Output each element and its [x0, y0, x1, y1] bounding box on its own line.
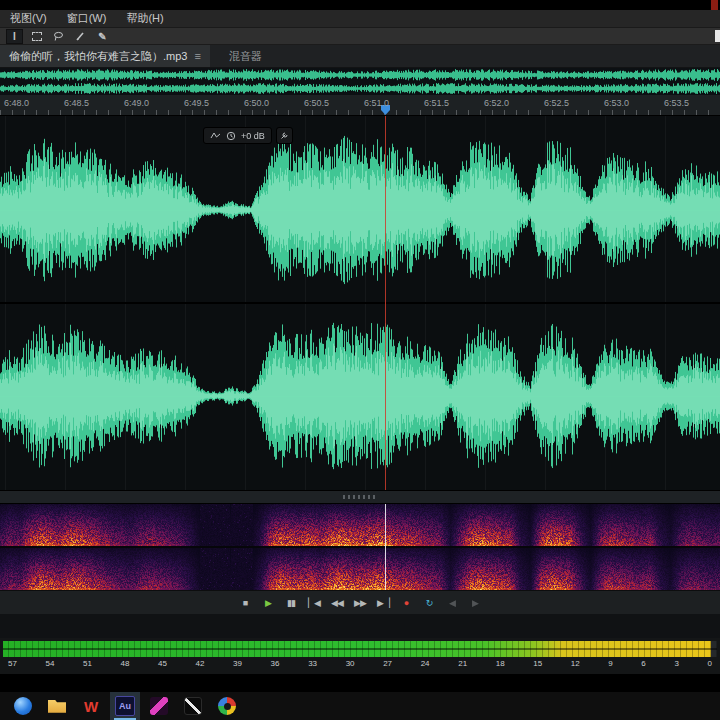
timeline-tick-label: 6:48.0 [4, 98, 29, 108]
title-bar [0, 0, 720, 10]
timeline-tick-label: 6:52.5 [544, 98, 569, 108]
paintbrush-selection-tool[interactable] [73, 30, 88, 43]
wps-icon-glyph: W [84, 699, 98, 714]
lasso-selection-tool[interactable] [51, 30, 66, 43]
timeline-tick-label: 6:52.0 [484, 98, 509, 108]
wps-icon[interactable]: W [76, 692, 106, 720]
hud-gain-value[interactable]: +0 dB [241, 131, 265, 141]
marquee-selection-tool[interactable] [29, 30, 44, 43]
time-selection-tool[interactable]: I [7, 30, 22, 43]
menu-bar: 视图(V)窗口(W)帮助(H) [0, 10, 720, 28]
hud-settings-button[interactable] [276, 127, 293, 144]
meter-scale-label: 30 [346, 659, 355, 668]
audition-window: 视图(V)窗口(W)帮助(H) I✎ 偷偷的听，我怕你有难言之隐）.mp3 ≡ … [0, 0, 720, 720]
record-button[interactable]: ● [399, 595, 413, 611]
overview-waveform-canvas[interactable] [0, 68, 720, 95]
fast-forward-button[interactable]: ▶▶ [353, 595, 367, 611]
overview-navigator[interactable] [0, 68, 720, 95]
meter-scale-label: 51 [83, 659, 92, 668]
meter-scale-label: 33 [308, 659, 317, 668]
loop-playback-button[interactable]: ↻ [422, 595, 436, 611]
stop-button[interactable]: ■ [238, 595, 252, 611]
pause-button[interactable]: ▮▮ [284, 595, 298, 611]
tab-mixer[interactable]: 混音器 [220, 45, 271, 67]
video-editor-app-icon[interactable] [178, 692, 208, 720]
meter-scale-label: 18 [496, 659, 505, 668]
media-app-icon-glyph [150, 697, 168, 715]
timeline-tick-label: 6:50.5 [304, 98, 329, 108]
skip-back-alt-button[interactable]: ◀ [445, 595, 459, 611]
meter-scale-label: 9 [608, 659, 612, 668]
meter-scale-label: 3 [674, 659, 678, 668]
meter-scale-label: 6 [641, 659, 645, 668]
panel-tab-bar: 偷偷的听，我怕你有难言之隐）.mp3 ≡ 混音器 [0, 45, 720, 68]
meter-channel-split [3, 648, 717, 650]
browser-icon[interactable] [8, 692, 38, 720]
media-app-icon[interactable] [144, 692, 174, 720]
play-button[interactable]: ▶ [261, 595, 275, 611]
meter-scale-label: 39 [233, 659, 242, 668]
tools-icon [280, 131, 289, 140]
meter-scale-label: 42 [196, 659, 205, 668]
audition-icon-glyph: Au [115, 696, 135, 716]
brush-icon [75, 31, 86, 42]
spectrogram-panel[interactable] [0, 504, 720, 590]
video-editor-app-icon-glyph [184, 697, 202, 715]
tab-file[interactable]: 偷偷的听，我怕你有难言之隐）.mp3 ≡ [0, 45, 210, 67]
color-wheel-app-icon-glyph [218, 697, 236, 715]
meter-scale-label: 54 [46, 659, 55, 668]
audition-icon[interactable]: Au [110, 692, 140, 720]
meter-scale-label: 48 [121, 659, 130, 668]
timeline-tick-label: 6:48.5 [64, 98, 89, 108]
spot-healing-brush-tool[interactable]: ✎ [95, 30, 110, 43]
meter-scale-label: 45 [158, 659, 167, 668]
menu-item[interactable]: 窗口(W) [65, 11, 109, 26]
file-explorer-icon[interactable] [42, 692, 72, 720]
meter-scale-label: 36 [271, 659, 280, 668]
timeline-tick-label: 6:51.5 [424, 98, 449, 108]
marquee-icon [32, 32, 42, 41]
bottom-gap [0, 674, 720, 692]
meter-scale-label: 57 [8, 659, 17, 668]
panel-menu-icon[interactable]: ≡ [194, 50, 200, 62]
lasso-icon [53, 31, 64, 42]
spectrogram-canvas[interactable] [0, 504, 720, 590]
divider-grip-icon[interactable] [343, 495, 377, 499]
hud-gain-box[interactable]: +0 dB [203, 127, 272, 144]
waveform-editor[interactable]: +0 dB [0, 116, 720, 490]
meter-scale-label: 0 [707, 659, 711, 668]
meter-scale: 575451484542393633302724211815129630 [8, 659, 712, 668]
menu-item[interactable]: 视图(V) [8, 11, 49, 26]
tool-bar: I✎ [0, 28, 720, 45]
timeline-tick-label: 6:49.5 [184, 98, 209, 108]
panel-divider[interactable] [0, 490, 720, 504]
timeline-tick-label: 6:53.5 [664, 98, 689, 108]
meter-scale-label: 15 [533, 659, 542, 668]
spectrogram-playhead-line[interactable] [385, 504, 386, 590]
meter-track[interactable] [3, 641, 717, 657]
playhead-line[interactable] [385, 116, 386, 490]
windows-taskbar: WAu [0, 692, 720, 720]
clock-icon [226, 131, 236, 141]
ruler-tick-marks [0, 110, 720, 115]
window-artifact-white [715, 30, 720, 42]
skip-forward-alt-button[interactable]: ▶ [468, 595, 482, 611]
file-explorer-icon-glyph [48, 699, 66, 714]
timeline-tick-label: 6:49.0 [124, 98, 149, 108]
waveform-display-canvas[interactable] [0, 116, 720, 490]
skip-to-start-button[interactable]: ▏◀ [307, 595, 321, 611]
timeline-tick-label: 6:50.0 [244, 98, 269, 108]
timeline-tick-label: 6:53.0 [604, 98, 629, 108]
meter-scale-label: 12 [571, 659, 580, 668]
level-meter[interactable]: 575451484542393633302724211815129630 [0, 638, 720, 674]
timeline-tick-label: 6:51.0 [364, 98, 389, 108]
color-wheel-app-icon[interactable] [212, 692, 242, 720]
gain-fader-icon [210, 131, 221, 140]
menu-item[interactable]: 帮助(H) [124, 11, 165, 26]
volume-hud: +0 dB [203, 127, 293, 144]
window-accent-strip [711, 0, 718, 10]
skip-to-end-button[interactable]: ▶▕ [376, 595, 390, 611]
rewind-button[interactable]: ◀◀ [330, 595, 344, 611]
meter-scale-label: 21 [458, 659, 467, 668]
timeline-ruler[interactable]: 6:48.06:48.56:49.06:49.56:50.06:50.56:51… [0, 95, 720, 116]
